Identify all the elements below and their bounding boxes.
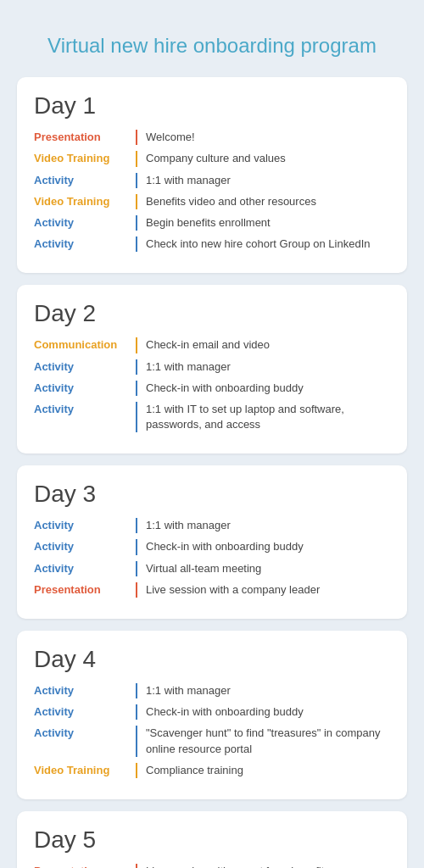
activity-divider xyxy=(136,704,137,720)
activity-divider xyxy=(136,173,137,188)
activity-row: ActivityCheck into new hire cohort Group… xyxy=(34,236,390,252)
activity-description: 1:1 with manager xyxy=(146,359,390,375)
activity-divider xyxy=(136,236,137,252)
activity-row: Activity1:1 with manager xyxy=(34,173,390,188)
activity-row: PresentationLive session with expert fro… xyxy=(34,864,390,868)
activity-divider xyxy=(136,194,137,209)
activity-description: Virtual all-team meeting xyxy=(146,561,390,576)
activity-type-label: Communication xyxy=(34,337,136,353)
activity-type-label: Video Training xyxy=(34,194,136,209)
activity-description: 1:1 with manager xyxy=(146,518,390,533)
activity-type-label: Activity xyxy=(34,402,136,417)
activity-row: ActivityCheck-in with onboarding buddy xyxy=(34,381,390,396)
activity-description: Check into new hire cohort Group on Link… xyxy=(146,236,390,252)
day-title-3: Day 3 xyxy=(34,481,390,508)
activity-type-label: Activity xyxy=(34,518,136,533)
activity-type-label: Video Training xyxy=(34,151,136,166)
page-title: Virtual new hire onboarding program xyxy=(25,32,399,58)
activity-description: 1:1 with manager xyxy=(146,173,390,188)
day-title-1: Day 1 xyxy=(34,92,390,120)
activity-divider xyxy=(136,337,137,353)
activity-row: ActivityCheck-in with onboarding buddy xyxy=(34,539,390,554)
activity-row: PresentationLive session with a company … xyxy=(34,582,390,598)
activity-row: Activity1:1 with manager xyxy=(34,359,390,375)
activity-type-label: Activity xyxy=(34,539,136,554)
activity-divider xyxy=(136,539,137,554)
header: Virtual new hire onboarding program xyxy=(17,17,407,77)
day-title-5: Day 5 xyxy=(34,826,390,854)
activity-row: Activity1:1 with manager xyxy=(34,683,390,698)
activity-row: Activity"Scavenger hunt" to find "treasu… xyxy=(34,726,390,756)
activity-type-label: Activity xyxy=(34,726,136,741)
activity-type-label: Activity xyxy=(34,683,136,698)
activity-type-label: Video Training xyxy=(34,763,136,778)
activity-description: "Scavenger hunt" to find "treasures" in … xyxy=(146,726,390,756)
day-card-5: Day 5PresentationLive session with exper… xyxy=(17,811,407,868)
activity-description: Welcome! xyxy=(146,130,390,145)
activity-type-label: Presentation xyxy=(34,582,136,598)
activity-divider xyxy=(136,582,137,598)
activity-row: ActivityBegin benefits enrollment xyxy=(34,215,390,231)
activity-description: Begin benefits enrollment xyxy=(146,215,390,231)
activity-divider xyxy=(136,763,137,778)
activity-divider xyxy=(136,683,137,698)
activity-description: Company culture and values xyxy=(146,151,390,166)
activity-type-label: Activity xyxy=(34,173,136,188)
activity-type-label: Activity xyxy=(34,704,136,720)
activity-row: ActivityVirtual all-team meeting xyxy=(34,561,390,576)
activity-type-label: Presentation xyxy=(34,864,136,868)
activity-type-label: Activity xyxy=(34,381,136,396)
activity-type-label: Activity xyxy=(34,561,136,576)
activity-row: ActivityCheck-in with onboarding buddy xyxy=(34,704,390,720)
activity-description: Live session with expert from benefits xyxy=(146,864,390,868)
activity-row: CommunicationCheck-in email and video xyxy=(34,337,390,353)
activity-divider xyxy=(136,359,137,375)
activity-divider xyxy=(136,130,137,145)
activity-description: Check-in with onboarding buddy xyxy=(146,539,390,554)
activity-divider xyxy=(136,518,137,533)
activity-type-label: Presentation xyxy=(34,130,136,145)
activity-description: Check-in with onboarding buddy xyxy=(146,381,390,396)
activity-row: Video TrainingBenefits video and other r… xyxy=(34,194,390,209)
day-card-3: Day 3Activity1:1 with managerActivityChe… xyxy=(17,465,407,619)
activity-row: Activity1:1 with manager xyxy=(34,518,390,533)
activity-description: Check-in email and video xyxy=(146,337,390,353)
activity-divider xyxy=(136,726,137,756)
activity-divider xyxy=(136,864,137,868)
activity-divider xyxy=(136,151,137,166)
activity-description: 1:1 with manager xyxy=(146,683,390,698)
activity-type-label: Activity xyxy=(34,215,136,231)
day-card-2: Day 2CommunicationCheck-in email and vid… xyxy=(17,285,407,453)
day-card-1: Day 1PresentationWelcome!Video TrainingC… xyxy=(17,77,407,273)
activity-row: Activity1:1 with IT to set up laptop and… xyxy=(34,402,390,432)
activity-description: 1:1 with IT to set up laptop and softwar… xyxy=(146,402,390,432)
activity-divider xyxy=(136,381,137,396)
activity-row: Video TrainingCompany culture and values xyxy=(34,151,390,166)
activity-description: Live session with a company leader xyxy=(146,582,390,598)
day-title-4: Day 4 xyxy=(34,646,390,673)
activity-type-label: Activity xyxy=(34,236,136,252)
activity-description: Benefits video and other resources xyxy=(146,194,390,209)
activity-divider xyxy=(136,561,137,576)
activity-divider xyxy=(136,215,137,231)
activity-description: Compliance training xyxy=(146,763,390,778)
activity-row: Video TrainingCompliance training xyxy=(34,763,390,778)
activity-row: PresentationWelcome! xyxy=(34,130,390,145)
activity-divider xyxy=(136,402,137,432)
day-title-2: Day 2 xyxy=(34,300,390,327)
activity-type-label: Activity xyxy=(34,359,136,375)
activity-description: Check-in with onboarding buddy xyxy=(146,704,390,720)
day-card-4: Day 4Activity1:1 with managerActivityChe… xyxy=(17,631,407,799)
